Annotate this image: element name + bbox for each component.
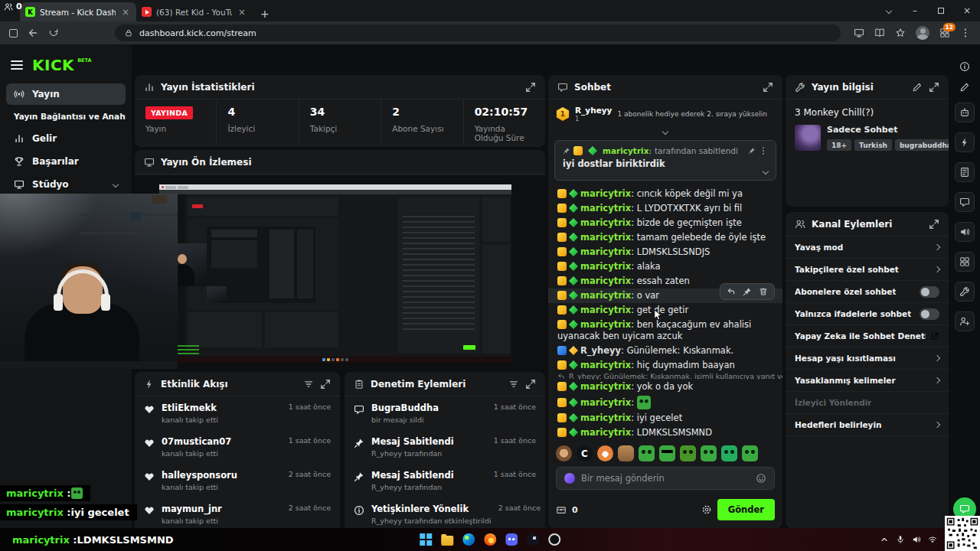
minimize-button[interactable]: –	[902, 0, 928, 21]
close-tab-icon[interactable]: ×	[120, 7, 131, 18]
emotes-only-toggle[interactable]	[920, 308, 939, 320]
sidebar-item-stream[interactable]: Yayın	[6, 83, 126, 105]
audio-button[interactable]	[955, 222, 975, 242]
capybara-emote[interactable]	[618, 445, 634, 461]
profile-avatar[interactable]	[916, 26, 929, 40]
moderation-item[interactable]: Mesaj Sabitlendi R_yheyy tarafından 1 sa…	[345, 464, 545, 497]
chat-username[interactable]: maricytrix	[580, 232, 637, 243]
close-window-button[interactable]: ×	[954, 0, 980, 21]
refresh-icon[interactable]	[48, 28, 59, 38]
sidebar-item-studio[interactable]: Stüdyo	[6, 174, 126, 195]
pepe-emote-4[interactable]	[701, 445, 717, 461]
sidebar-item-stream-key[interactable]: Yayın Bağlantısı ve Anahtarı	[6, 106, 126, 126]
expand-icon[interactable]	[929, 82, 939, 93]
reading-list-icon[interactable]	[874, 28, 885, 38]
c-emote[interactable]: C	[577, 445, 593, 461]
activity-item[interactable]: halleysponsoru kanalı takip etti 2 saat …	[135, 464, 340, 497]
pepe-emote-3[interactable]	[680, 445, 696, 461]
chat-message[interactable]: maricytrixalaka	[548, 259, 782, 274]
edge-browser-icon[interactable]	[462, 533, 475, 546]
activity-button[interactable]	[955, 132, 975, 152]
tab-kick-dashboard[interactable]: K Stream - Kick Dashboard ×	[20, 2, 136, 21]
expand-pinned-icon[interactable]	[763, 162, 768, 177]
kick-logo[interactable]: KICK	[32, 56, 74, 74]
tag-language[interactable]: Turkish	[854, 139, 892, 151]
collapse-banner-icon[interactable]	[548, 129, 782, 137]
fox-emote[interactable]	[597, 445, 613, 461]
maximize-button[interactable]	[928, 0, 954, 21]
chat-message[interactable]: maricytrix	[548, 394, 782, 411]
chat-message[interactable]: maricytrixcıncık köpek değil mi ya	[548, 187, 782, 201]
chat-username[interactable]: maricytrix	[580, 261, 637, 272]
tab-youtube[interactable]: (63) Ret Kid - YouTube ×	[136, 2, 253, 21]
close-tab-icon[interactable]: ×	[237, 7, 247, 18]
sidebar-item-achievements[interactable]: Başarılar	[6, 151, 126, 172]
action-slow-mode[interactable]: Yavaş mod	[786, 236, 949, 259]
action-followers-only[interactable]: Takipçilere özel sohbet	[786, 259, 949, 281]
expand-icon[interactable]	[525, 379, 536, 390]
chat-button[interactable]	[955, 192, 975, 212]
action-banned-words[interactable]: Yasaklanmış kelimeler	[786, 370, 949, 392]
chat-username[interactable]: maricytrix	[580, 319, 637, 330]
chat-message[interactable]: maricytrixbizde de geçmişten işte	[548, 216, 782, 230]
chat-message-input[interactable]	[581, 473, 750, 484]
expand-icon[interactable]	[763, 82, 773, 93]
gift-chest-icon[interactable]	[556, 504, 567, 515]
filter-icon[interactable]	[508, 379, 519, 390]
kebab-menu-icon[interactable]	[759, 146, 768, 155]
category-thumbnail[interactable]	[795, 125, 821, 151]
chat-username[interactable]: maricytrix	[580, 246, 637, 257]
edit-icon[interactable]	[912, 82, 923, 93]
emote-provider-icon[interactable]	[564, 473, 575, 484]
obs-icon[interactable]	[548, 533, 560, 546]
gift-leaderboard-banner[interactable]: 1 R_yheyy 1 1 abonelik hediye ederek 2. …	[548, 99, 782, 129]
activity-item[interactable]: 07mustican07 kanalı takip etti 1 saat ön…	[135, 430, 340, 464]
chat-message[interactable]: maricytrixL LYDOTXKTXK ayrı bi fil	[548, 201, 782, 216]
pinned-message[interactable]: maricytrix tarafından sabitlendi iyi dos…	[554, 140, 776, 181]
moderation-item[interactable]: Mesaj Sabitlendi R_yheyy tarafından 1 sa…	[345, 430, 545, 464]
chat-username[interactable]: maricytrix	[580, 427, 637, 438]
chat-message[interactable]: maricytrixLDMSKLSLSNDJS	[548, 245, 782, 259]
chat-username[interactable]: maricytrix	[580, 397, 637, 408]
network-tray-icon[interactable]	[928, 535, 937, 544]
tools-button[interactable]	[955, 282, 975, 302]
pepe-emote-2[interactable]	[659, 445, 675, 461]
chat-message[interactable]: maricytrixiyi gecelet	[548, 411, 782, 425]
chat-username[interactable]: maricytrix	[580, 217, 637, 228]
steam-icon[interactable]	[527, 533, 539, 546]
chat-username[interactable]: maricytrix	[580, 188, 637, 199]
emoji-picker-icon[interactable]	[756, 473, 766, 484]
browser-menu-icon[interactable]	[960, 28, 971, 38]
log-button[interactable]	[955, 162, 975, 182]
expand-icon[interactable]	[929, 219, 939, 230]
chat-username[interactable]: maricytrix	[580, 305, 637, 315]
activity-item[interactable]: EtliEkmekk kanalı takip etti 1 saat önce	[135, 396, 340, 430]
moderation-item[interactable]: BugraBuddha bir mesajı sildi 1 saat önce	[345, 396, 545, 430]
monkey-emote[interactable]	[556, 445, 572, 461]
volume-tray-icon[interactable]	[912, 535, 921, 544]
pepe-emote-6[interactable]	[742, 445, 758, 461]
chat-message[interactable]: maricytrixLDMKSLSMSMND	[548, 425, 782, 440]
chat-username[interactable]: maricytrix	[580, 381, 637, 392]
tag-18plus[interactable]: 18+	[827, 139, 851, 151]
activity-item[interactable]: maymun_jnr kanalı takip etti 2 saat önce	[135, 497, 340, 531]
chat-settings-icon[interactable]	[701, 504, 712, 515]
edit-icon[interactable]	[959, 82, 970, 93]
windows-start-button[interactable]	[420, 533, 432, 546]
reply-icon[interactable]	[727, 287, 736, 296]
sidebar-item-revenue[interactable]: Gelir	[6, 128, 126, 149]
hamburger-menu-icon[interactable]	[11, 60, 23, 70]
action-ai-moderation[interactable]: Yapay Zeka ile Sohbet Denetimi	[786, 325, 949, 347]
pin-icon[interactable]	[743, 287, 752, 296]
expand-icon[interactable]	[320, 379, 331, 390]
address-bar[interactable]: dashboard.kick.com/stream	[115, 24, 841, 41]
info-icon[interactable]	[959, 61, 970, 72]
chat-username[interactable]: maricytrix	[580, 412, 637, 423]
microphone-tray-icon[interactable]	[896, 535, 905, 544]
tab-search-icon[interactable]	[876, 0, 902, 21]
back-icon[interactable]	[28, 28, 38, 38]
chat-message[interactable]: R_yheyyGünülemek: Kıskanmak.	[548, 344, 782, 358]
discord-icon[interactable]	[505, 533, 518, 546]
chat-message[interactable]: maricytrixtamam gelebede de öyle işte	[548, 230, 782, 245]
extensions-icon[interactable]: 12	[939, 28, 950, 38]
